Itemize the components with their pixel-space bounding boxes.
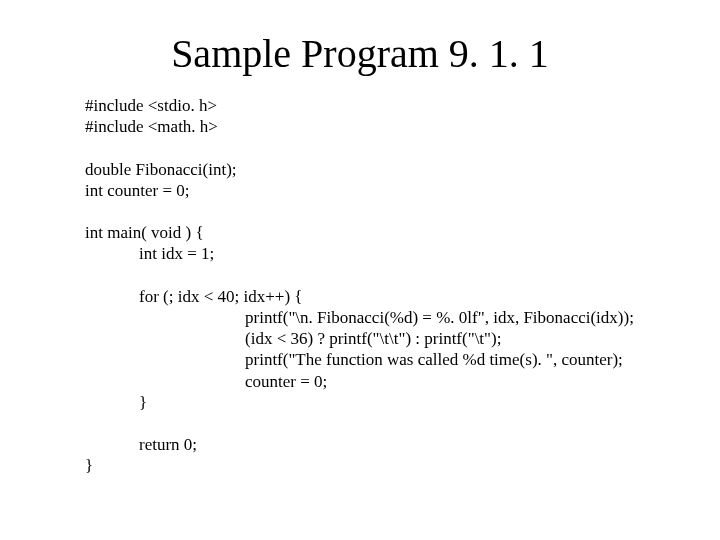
code-block: #include <stdio. h> #include <math. h> d…: [0, 95, 720, 477]
blank-line: [85, 265, 720, 286]
code-line: }: [85, 455, 720, 476]
blank-line: [85, 201, 720, 222]
blank-line: [85, 138, 720, 159]
code-line: }: [85, 392, 720, 413]
code-line: double Fibonacci(int);: [85, 159, 720, 180]
code-line: return 0;: [85, 434, 720, 455]
code-line: #include <stdio. h>: [85, 95, 720, 116]
code-line: (idx < 36) ? printf("\t\t") : printf("\t…: [85, 328, 720, 349]
slide-title: Sample Program 9. 1. 1: [0, 30, 720, 77]
code-line: printf("The function was called %d time(…: [85, 349, 720, 370]
blank-line: [85, 413, 720, 434]
code-line: int main( void ) {: [85, 222, 720, 243]
code-line: for (; idx < 40; idx++) {: [85, 286, 720, 307]
code-line: #include <math. h>: [85, 116, 720, 137]
code-line: int idx = 1;: [85, 243, 720, 264]
slide-container: Sample Program 9. 1. 1 #include <stdio. …: [0, 0, 720, 540]
code-line: printf("\n. Fibonacci(%d) = %. 0lf", idx…: [85, 307, 720, 328]
code-line: int counter = 0;: [85, 180, 720, 201]
code-line: counter = 0;: [85, 371, 720, 392]
